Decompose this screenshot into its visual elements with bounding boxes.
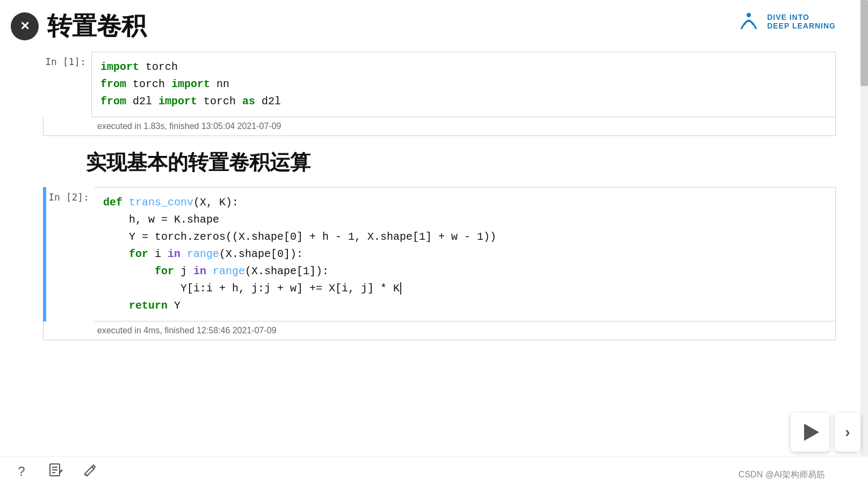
kw-for1: for [103, 248, 148, 260]
code-line-1: import torch [100, 59, 827, 76]
edit2-button[interactable] [79, 461, 101, 482]
code2-line-2: h, w = K.shape [103, 211, 827, 228]
page-container: 转置卷积 DIVE INTO DEEP LEARNING In [1]: imp… [0, 0, 868, 486]
play-icon [804, 424, 819, 441]
kw-import3: import [158, 95, 197, 108]
cell-1-label: In [1]: [43, 52, 91, 67]
bottom-toolbar: ? CSDN @AI [0, 456, 868, 486]
edit1-icon [48, 462, 64, 481]
kw-in1: in [168, 248, 180, 260]
code2-line-7: return Y [103, 297, 827, 315]
fn-trans-conv: trans_conv [129, 196, 193, 209]
kw-import2: import [171, 78, 210, 90]
logo-area: DIVE INTO DEEP LEARNING [736, 9, 836, 34]
dive-logo-icon [736, 9, 762, 34]
edit1-button[interactable] [45, 461, 67, 482]
kw-as: as [242, 95, 255, 108]
cell-1-output-text: executed in 1.83s, finished 13:05:04 202… [97, 122, 281, 131]
code2-line-6: Y[i:i + h, j:j + w] += X[i, j] * K [103, 280, 827, 297]
code2-line-5: for j in range(X.shape[1]): [103, 263, 827, 280]
cell-2-input: In [2]: def trans_conv(X, K): h, w = K.s… [43, 187, 836, 321]
fn-range2: range [213, 265, 245, 277]
page-title: 转置卷积 [47, 10, 146, 43]
kw-import1: import [100, 61, 139, 73]
cell-1-input: In [1]: import torch from torch import n… [43, 52, 836, 117]
cell-1-output: executed in 1.83s, finished 13:05:04 202… [43, 117, 836, 136]
svg-point-0 [747, 13, 751, 17]
cell-2-code[interactable]: def trans_conv(X, K): h, w = K.shape Y =… [95, 187, 836, 321]
kw-from1: from [100, 78, 126, 90]
kw-from2: from [100, 95, 126, 108]
cell-2-output-text: executed in 4ms, finished 12:58:46 2021-… [97, 326, 277, 335]
fn-range1: range [187, 248, 219, 260]
chevron-right-icon: › [845, 424, 850, 441]
kw-in2: in [193, 265, 206, 277]
scrollbar-thumb[interactable] [860, 0, 868, 86]
logo-text: DIVE INTO DEEP LEARNING [767, 13, 836, 30]
cell-2-label: In [2]: [46, 187, 95, 203]
pencil-icon [82, 462, 98, 481]
code2-line-4: for i in range(X.shape[0]): [103, 246, 827, 263]
kw-def: def [103, 196, 122, 209]
next-button[interactable]: › [835, 413, 860, 452]
cell-1: In [1]: import torch from torch import n… [43, 52, 836, 136]
logo-line2: DEEP LEARNING [767, 22, 836, 30]
play-button[interactable] [791, 413, 829, 452]
code2-line-1: def trans_conv(X, K): [103, 194, 827, 211]
close-button[interactable] [11, 12, 39, 40]
section-heading: 实现基本的转置卷积运算 [86, 149, 836, 176]
code-line-3: from d2l import torch as d2l [100, 93, 827, 110]
help-button[interactable]: ? [11, 461, 32, 482]
code-line-2: from torch import nn [100, 76, 827, 93]
code2-line-3: Y = torch.zeros((X.shape[0] + h - 1, X.s… [103, 228, 827, 246]
scrollbar[interactable] [860, 0, 868, 486]
csdn-label: CSDN @AI架构师易筋 [739, 469, 825, 481]
notebook-area: In [1]: import torch from torch import n… [0, 52, 868, 340]
cell-2-output: executed in 4ms, finished 12:58:46 2021-… [43, 321, 836, 340]
kw-return: return [103, 299, 168, 312]
question-icon: ? [18, 464, 25, 479]
cell-2: In [2]: def trans_conv(X, K): h, w = K.s… [43, 187, 836, 340]
cell-1-code[interactable]: import torch from torch import nn from d… [91, 52, 836, 117]
logo-line1: DIVE INTO [767, 13, 809, 22]
cell-2-inner: In [2]: def trans_conv(X, K): h, w = K.s… [46, 187, 836, 321]
kw-for2: for [103, 265, 174, 277]
